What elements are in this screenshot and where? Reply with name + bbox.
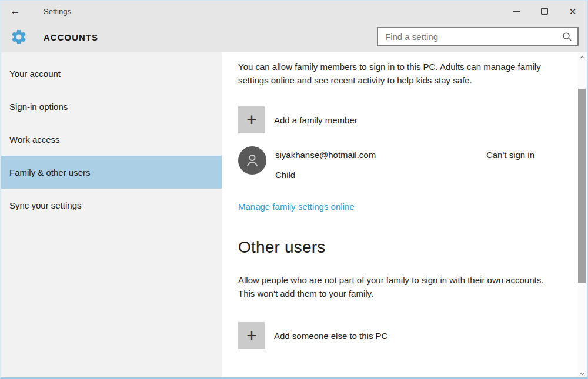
close-button[interactable]: ✕ [559,1,587,22]
member-role: Child [275,170,376,180]
page-header: ACCOUNTS [1,22,587,52]
scrollbar-thumb[interactable] [578,89,586,283]
sidebar-item-label: Sign-in options [9,102,68,112]
sidebar-item-family-other-users[interactable]: Family & other users [1,156,222,189]
sidebar-item-your-account[interactable]: Your account [1,57,222,90]
sidebar-item-label: Family & other users [9,167,91,177]
back-arrow-icon[interactable]: ← [4,5,27,17]
sidebar: Your account Sign-in options Work access… [1,52,222,377]
settings-window: ← Settings ✕ ACCOUNTS Your account [0,0,588,379]
other-users-heading: Other users [238,238,577,257]
family-intro-text: You can allow family members to sign in … [238,60,544,87]
sidebar-item-sign-in-options[interactable]: Sign-in options [1,90,222,123]
sidebar-item-label: Sync your settings [9,200,82,210]
add-family-member-button[interactable]: + Add a family member [238,106,577,133]
maximize-button[interactable] [530,1,559,22]
chevron-up-icon [580,56,584,61]
app-title: Settings [44,7,71,16]
scroll-up-button[interactable] [577,52,587,62]
vertical-scrollbar[interactable] [577,52,587,377]
avatar [238,146,266,175]
minimize-button[interactable] [502,1,530,22]
sidebar-item-work-access[interactable]: Work access [1,123,222,156]
main-area: Your account Sign-in options Work access… [1,52,587,377]
add-family-member-label: Add a family member [274,115,358,125]
content-panel: You can allow family members to sign in … [222,52,577,377]
minimize-icon [513,11,520,12]
plus-icon: + [238,322,265,349]
search-icon[interactable] [562,32,572,42]
member-info: siyakhanse@hotmail.com Child [275,146,376,180]
manage-family-settings-link[interactable]: Manage family settings online [238,202,355,212]
close-icon: ✕ [569,7,577,16]
add-someone-else-button[interactable]: + Add someone else to this PC [238,322,577,349]
sidebar-item-label: Work access [9,135,60,145]
member-status: Can't sign in [486,146,534,160]
plus-icon: + [238,106,265,133]
member-email: siyakhanse@hotmail.com [275,150,376,160]
chevron-down-icon [580,370,584,374]
search-input[interactable] [385,32,562,42]
page-title: ACCOUNTS [44,32,98,42]
scroll-down-button[interactable] [577,367,587,377]
maximize-icon [541,8,548,15]
sidebar-item-sync-your-settings[interactable]: Sync your settings [1,189,222,222]
person-icon [243,151,262,170]
search-box[interactable] [377,27,579,46]
sidebar-item-label: Your account [9,69,61,79]
add-someone-else-label: Add someone else to this PC [274,331,387,341]
title-bar: ← Settings ✕ [1,1,587,22]
family-member-row[interactable]: siyakhanse@hotmail.com Child Can't sign … [238,146,577,180]
other-users-description: Allow people who are not part of your fa… [238,273,544,300]
gear-icon [10,28,28,46]
scrollbar-track[interactable] [577,62,587,367]
window-controls: ✕ [502,1,587,22]
